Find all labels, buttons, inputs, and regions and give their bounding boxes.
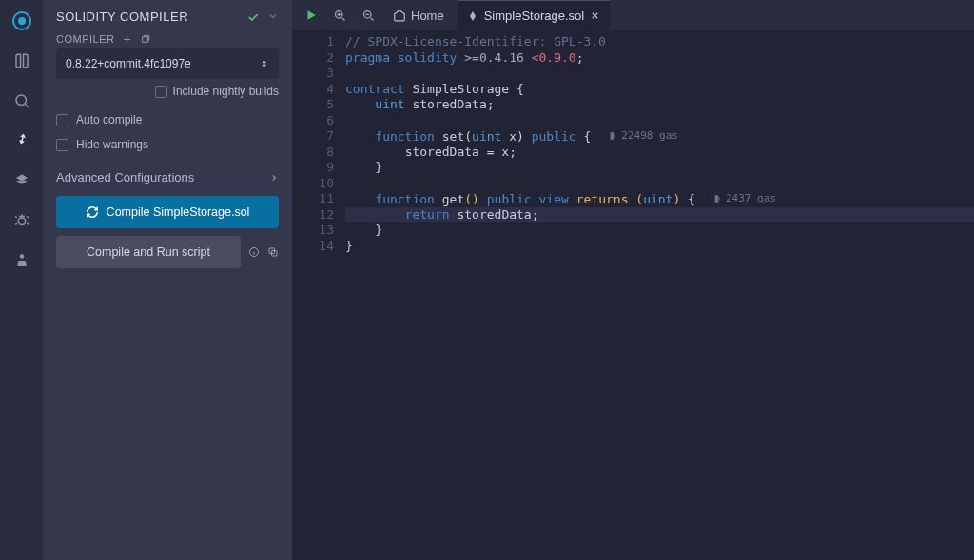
svg-point-3 [18,218,26,225]
nightly-label: Include nightly builds [173,85,279,98]
autocompile-label: Auto compile [76,113,142,126]
nightly-row[interactable]: Include nightly builds [56,85,279,98]
advanced-config-row[interactable]: Advanced Configurations [56,170,279,184]
home-icon [393,9,406,22]
file-explorer-icon[interactable] [10,49,33,72]
compile-run-button[interactable]: Compile and Run script [56,236,241,268]
compiler-label: COMPILER [56,33,114,45]
compiler-select[interactable]: 0.8.22+commit.4fc1097e [56,48,279,79]
hidewarnings-label: Hide warnings [76,138,148,151]
autocompile-checkbox[interactable] [56,114,68,126]
chevron-down-icon[interactable] [267,10,279,24]
svg-rect-5 [143,36,148,42]
editor-tabs: Home SimpleStorage.sol [292,0,974,30]
compile-button[interactable]: Compile SimpleStorage.sol [56,196,279,228]
compiler-label-row: COMPILER [56,33,279,45]
autocompile-row[interactable]: Auto compile [56,113,279,126]
compiler-selected-value: 0.8.22+commit.4fc1097e [66,57,191,70]
compiler-icon[interactable] [10,129,33,152]
link-compiler-icon[interactable] [140,34,150,45]
copy-icon[interactable] [267,246,279,258]
panel-title: SOLIDITY COMPILER [56,10,188,24]
zoom-out-icon[interactable] [357,4,380,27]
code-view[interactable]: 1234567891011121314 // SPDX-License-Iden… [292,30,974,560]
nightly-checkbox[interactable] [155,86,167,98]
tab-home-label: Home [411,9,444,23]
search-icon[interactable] [10,89,33,112]
compile-button-label: Compile SimpleStorage.sol [107,205,250,219]
add-compiler-icon[interactable] [122,34,132,45]
plugin-icon[interactable] [10,249,33,272]
refresh-icon [86,205,99,219]
code-content[interactable]: // SPDX-License-Identifier: GPL-3.0pragm… [345,34,974,560]
hidewarnings-checkbox[interactable] [56,139,68,151]
advanced-config-label: Advanced Configurations [56,170,194,184]
editor-area: Home SimpleStorage.sol 12345678910111213… [292,0,974,560]
tab-home[interactable]: Home [385,0,452,30]
zoom-in-icon[interactable] [328,4,351,27]
svg-point-4 [19,254,24,259]
remix-logo-icon[interactable] [10,10,33,32]
close-tab-icon[interactable] [590,10,600,21]
compiler-panel: SOLIDITY COMPILER COMPILER 0.8.22+commit… [43,0,292,560]
debugger-icon[interactable] [10,209,33,232]
hidewarnings-row[interactable]: Hide warnings [56,138,279,151]
chevron-right-icon [269,173,279,183]
tab-file[interactable]: SimpleStorage.sol [458,0,611,30]
tab-file-label: SimpleStorage.sol [484,9,585,23]
check-icon [246,10,260,24]
solidity-file-icon [467,10,478,22]
info-icon[interactable] [248,246,260,258]
compile-run-label: Compile and Run script [87,245,210,259]
play-icon[interactable] [300,4,322,27]
select-caret-icon [260,57,269,70]
icon-sidebar [0,0,43,560]
panel-header: SOLIDITY COMPILER [56,10,279,24]
line-number-gutter: 1234567891011121314 [292,34,345,560]
svg-point-1 [18,17,26,25]
deploy-icon[interactable] [10,169,33,192]
svg-point-2 [16,95,27,106]
